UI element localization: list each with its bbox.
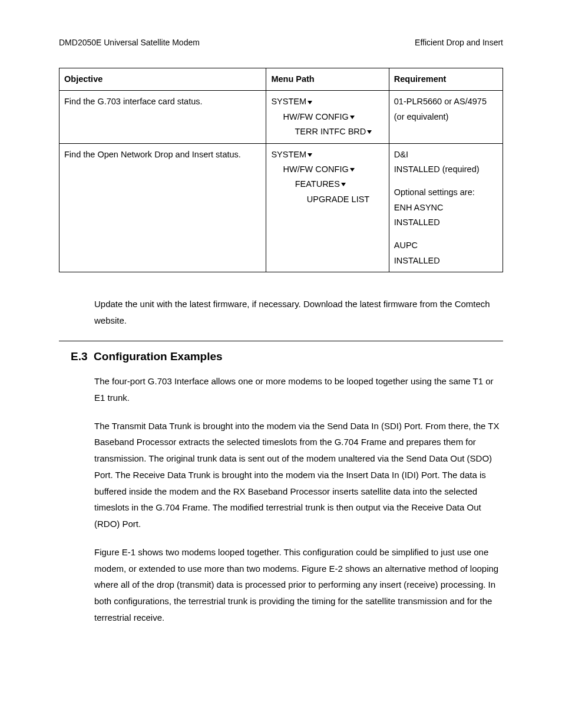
- requirement-line: INSTALLED (required): [394, 162, 498, 177]
- caret-down-icon: [341, 183, 346, 186]
- requirement-line: D&I: [394, 147, 498, 162]
- menu-step: FEATURES: [271, 177, 384, 192]
- cell-objective: Find the G.703 interface card status.: [59, 91, 266, 143]
- col-menupath: Menu Path: [266, 68, 389, 91]
- cell-requirement: D&IINSTALLED (required)Optional settings…: [389, 143, 503, 272]
- requirement-block: AUPCINSTALLED: [394, 238, 498, 268]
- firmware-paragraph: Update the unit with the latest firmware…: [94, 296, 503, 329]
- header-right: Efficient Drop and Insert: [415, 37, 503, 49]
- header-left: DMD2050E Universal Satellite Modem: [59, 37, 200, 49]
- menu-step: TERR INTFC BRD: [271, 124, 384, 139]
- requirement-block: D&IINSTALLED (required): [394, 147, 498, 177]
- requirement-line: AUPC: [394, 238, 498, 253]
- cell-menupath: SYSTEM HW/FW CONFIG FEATURES UPGRADE LIS…: [266, 143, 389, 272]
- menu-step: HW/FW CONFIG: [271, 110, 384, 124]
- cell-menupath: SYSTEM HW/FW CONFIG TERR INTFC BRD: [266, 91, 389, 143]
- config-para-3: Figure E-1 shows two modems looped toget…: [94, 544, 503, 626]
- cell-objective: Find the Open Network Drop and Insert st…: [59, 143, 266, 272]
- col-requirement: Requirement: [389, 68, 503, 91]
- requirement-line: Optional settings are:: [394, 185, 498, 200]
- caret-down-icon: [350, 116, 355, 119]
- section-number: E.3: [71, 350, 88, 363]
- requirements-table: Objective Menu Path Requirement Find the…: [59, 68, 503, 272]
- requirement-line: INSTALLED: [394, 215, 498, 230]
- menu-step: UPGRADE LIST: [271, 192, 384, 207]
- page-header: DMD2050E Universal Satellite Modem Effic…: [59, 37, 503, 49]
- caret-down-icon: [308, 153, 312, 157]
- menu-step: SYSTEM: [271, 94, 384, 109]
- table-row: Find the G.703 interface card status.SYS…: [59, 91, 503, 143]
- requirement-line: (or equivalent): [394, 110, 498, 124]
- requirement-line: INSTALLED: [394, 253, 498, 268]
- menu-step: SYSTEM: [271, 147, 384, 162]
- table-row: Find the Open Network Drop and Insert st…: [59, 143, 503, 272]
- caret-down-icon: [367, 130, 372, 134]
- requirement-line: 01-PLR5660 or AS/4975: [394, 94, 498, 109]
- requirement-line: ENH ASYNC: [394, 200, 498, 215]
- section-heading: E.3 Configuration Examples: [71, 348, 503, 365]
- section-divider: [59, 341, 503, 341]
- caret-down-icon: [308, 101, 312, 104]
- col-objective: Objective: [59, 68, 266, 91]
- requirement-block: Optional settings are:ENH ASYNCINSTALLED: [394, 185, 498, 230]
- cell-requirement: 01-PLR5660 or AS/4975(or equivalent): [389, 91, 503, 143]
- config-para-2: The Transmit Data Trunk is brought into …: [94, 418, 503, 532]
- config-para-1: The four-port G.703 Interface allows one…: [94, 373, 503, 406]
- menu-step: HW/FW CONFIG: [271, 162, 384, 177]
- caret-down-icon: [350, 168, 355, 172]
- section-title: Configuration Examples: [94, 350, 223, 363]
